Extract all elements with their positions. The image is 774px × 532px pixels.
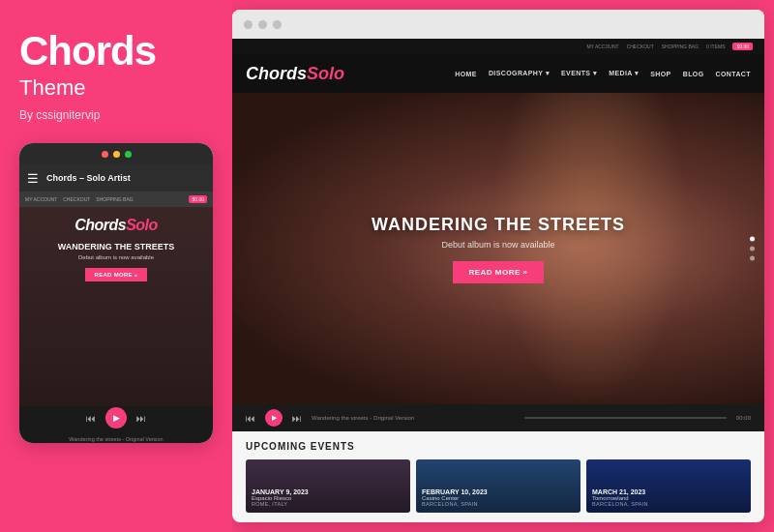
desktop-nav: ChordsSolo HOME DISCOGRAPHY ▾ EVENTS ▾ M…: [232, 54, 764, 93]
event-card-1[interactable]: JANUARY 9, 2023 Espacio Riesco ROME, ITA…: [246, 459, 410, 513]
mobile-util-bar: MY ACCOUNT CHECKOUT SHOPPING BAG $0.00: [19, 192, 213, 207]
desktop-hero-title: WANDERING THE STREETS: [372, 215, 625, 235]
browser-close-dot: [244, 20, 253, 29]
mobile-close-dot: [102, 151, 108, 158]
left-panel: Chords Theme By cssignitervip ☰ Chords –…: [0, 0, 232, 532]
nav-contact[interactable]: CONTACT: [716, 71, 752, 77]
mobile-logo: ChordsSolo: [74, 217, 158, 234]
nav-shop[interactable]: SHOP: [650, 71, 670, 77]
desktop-nav-items: HOME DISCOGRAPHY ▾ EVENTS ▾ MEDIA ▾ SHOP…: [455, 70, 751, 77]
mobile-next-icon[interactable]: ⏭: [136, 413, 146, 424]
event-card-2[interactable]: FEBRUARY 10, 2023 Casino Center BARCELON…: [416, 459, 580, 513]
hamburger-icon[interactable]: ☰: [27, 171, 39, 186]
event-1-date: JANUARY 9, 2023: [252, 488, 404, 495]
mobile-nav-bar: ☰ Chords – Solo Artist: [19, 164, 213, 192]
mobile-player: ⏮ ▶ ⏭ Wandering the streets - Original V…: [19, 406, 213, 443]
desktop-read-more-button[interactable]: READ MORE »: [453, 261, 543, 283]
desktop-player-bar: ⏮ ▶ ⏭ Wandering the streets - Original V…: [232, 404, 764, 431]
desktop-next-button[interactable]: ⏭: [292, 413, 302, 424]
desktop-play-button[interactable]: ▶: [265, 409, 283, 427]
nav-blog[interactable]: BLOG: [683, 71, 704, 77]
desktop-prev-button[interactable]: ⏮: [246, 413, 255, 424]
desktop-util-account[interactable]: MY ACCOUNT: [586, 44, 618, 49]
browser-min-dot: [258, 20, 267, 29]
mobile-mockup: ☰ Chords – Solo Artist MY ACCOUNT CHECKO…: [19, 143, 213, 443]
event-1-location: ROME, ITALY: [252, 501, 404, 507]
nav-home[interactable]: HOME: [455, 71, 477, 77]
mobile-logo-text: ChordsSolo: [74, 217, 158, 233]
mobile-util-bag: SHOPPING BAG: [96, 196, 133, 202]
desktop-events: UPCOMING EVENTS JANUARY 9, 2023 Espacio …: [232, 431, 764, 522]
events-grid: JANUARY 9, 2023 Espacio Riesco ROME, ITA…: [246, 459, 751, 513]
mobile-util-checkout: CHECKOUT: [63, 196, 90, 202]
browser-max-dot: [273, 20, 282, 29]
mobile-hero-subtitle: Debut album is now available: [78, 254, 154, 260]
slider-dot-3[interactable]: [750, 256, 755, 261]
event-2-location: BARCELONA, SPAIN: [422, 501, 575, 507]
mobile-util-account: MY ACCOUNT: [25, 196, 57, 202]
theme-title: Chords: [19, 29, 156, 74]
slider-dot-1[interactable]: [750, 237, 755, 242]
desktop-util-items: 0 ITEMS: [706, 44, 725, 49]
event-3-location: BARCELONA, SPAIN: [592, 501, 745, 507]
by-text: By cssignitervip: [19, 108, 100, 122]
mobile-site-title: Chords – Solo Artist: [46, 173, 131, 183]
theme-subtitle: Theme: [19, 75, 85, 101]
desktop-hero-content: WANDERING THE STREETS Debut album is now…: [372, 215, 625, 283]
desktop-util-checkout[interactable]: CHECKOUT: [627, 44, 654, 49]
desktop-logo: ChordsSolo: [246, 64, 455, 84]
desktop-util-price: $0.00: [732, 43, 753, 50]
mobile-top-bar: [19, 143, 213, 164]
desktop-progress-bar[interactable]: [524, 417, 728, 419]
slider-dot-2[interactable]: [750, 247, 755, 251]
desktop-slider-dots: [750, 237, 755, 261]
mobile-max-dot: [125, 151, 132, 158]
event-2-date: FEBRUARY 10, 2023: [422, 488, 575, 495]
mobile-read-more-button[interactable]: READ MORE »: [85, 268, 148, 281]
right-panel: MY ACCOUNT CHECKOUT SHOPPING BAG 0 ITEMS…: [232, 10, 764, 522]
nav-media[interactable]: MEDIA ▾: [609, 70, 639, 77]
mobile-hero: ChordsSolo WANDERING THE STREETS Debut a…: [19, 207, 213, 406]
mobile-min-dot: [113, 151, 120, 158]
desktop-site: MY ACCOUNT CHECKOUT SHOPPING BAG 0 ITEMS…: [232, 39, 764, 522]
nav-events[interactable]: EVENTS ▾: [561, 70, 597, 77]
desktop-time: 00:00: [736, 415, 751, 421]
mobile-price-badge: $0.00: [189, 195, 207, 203]
nav-discography[interactable]: DISCOGRAPHY ▾: [489, 70, 550, 77]
desktop-hero-subtitle: Debut album is now available: [372, 240, 625, 250]
desktop-events-title: UPCOMING EVENTS: [246, 441, 751, 452]
mobile-player-controls: ⏮ ▶ ⏭: [86, 407, 146, 429]
mobile-play-button[interactable]: ▶: [105, 407, 127, 429]
desktop-hero: WANDERING THE STREETS Debut album is now…: [232, 93, 764, 404]
event-3-date: MARCH 21, 2023: [592, 488, 745, 495]
desktop-util-bar: MY ACCOUNT CHECKOUT SHOPPING BAG 0 ITEMS…: [232, 39, 764, 54]
mobile-prev-icon[interactable]: ⏮: [86, 413, 96, 424]
event-card-3[interactable]: MARCH 21, 2023 Tomorrowland BARCELONA, S…: [586, 459, 751, 513]
mobile-track-name: Wandering the streets - Original Version: [69, 436, 163, 442]
mobile-hero-title: WANDERING THE STREETS: [58, 242, 175, 251]
desktop-util-bag[interactable]: SHOPPING BAG: [662, 44, 699, 49]
desktop-track-name: Wandering the streets - Original Version: [312, 415, 515, 421]
browser-chrome: [232, 10, 764, 39]
